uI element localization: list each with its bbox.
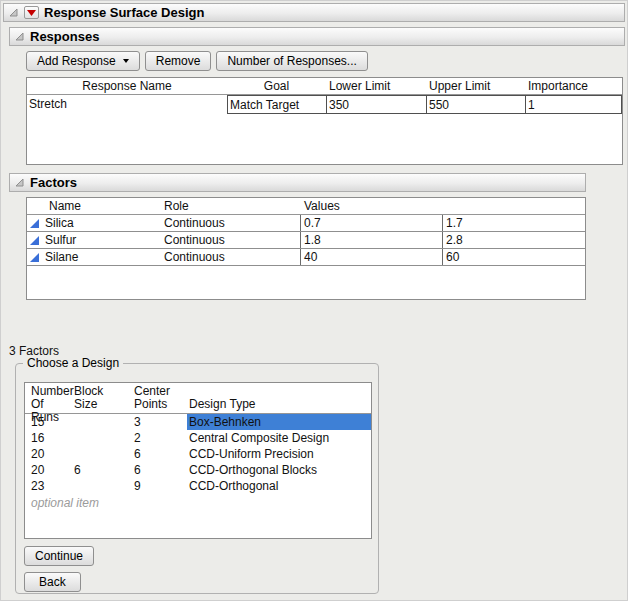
response-goal-cell[interactable]: Match Target — [227, 95, 327, 114]
factor-low-value-cell[interactable]: 0.7 — [300, 215, 442, 231]
factor-high-value-cell[interactable]: 2.8 — [442, 232, 585, 248]
design-center-points: 9 — [131, 478, 187, 494]
red-triangle-menu-icon[interactable] — [24, 6, 39, 19]
response-lower-limit-cell[interactable]: 350 — [326, 95, 427, 114]
groupbox-title: Choose a Design — [23, 356, 123, 370]
design-block-size — [71, 414, 131, 430]
design-buttons: Continue Back — [24, 546, 94, 592]
design-block-size — [71, 430, 131, 446]
disclosure-open-icon[interactable] — [8, 7, 19, 18]
col-header-importance: Importance — [525, 79, 622, 93]
col-header-response-name: Response Name — [27, 79, 227, 93]
continuous-factor-icon — [29, 218, 40, 229]
col-header-role: Role — [160, 199, 300, 213]
responses-table: Response Name Goal Lower Limit Upper Lim… — [26, 77, 623, 165]
factors-section-title: Factors — [30, 175, 77, 190]
factor-low-value-cell[interactable]: 1.8 — [300, 232, 442, 248]
factor-name: Sulfur — [45, 233, 76, 247]
factor-low-value-cell[interactable]: 40 — [300, 249, 442, 265]
continuous-factor-icon — [29, 235, 40, 246]
factor-name-cell[interactable]: Sulfur — [27, 232, 160, 248]
responses-outline-header[interactable]: Responses — [9, 27, 625, 46]
responses-button-row: Add Response Remove Number of Responses.… — [26, 51, 627, 71]
responses-section-title: Responses — [30, 29, 99, 44]
factor-role-cell[interactable]: Continuous — [160, 232, 300, 248]
design-row-ccd-orthogonal[interactable]: 23 9 CCD-Orthogonal — [25, 478, 371, 494]
factor-row: Silane Continuous 40 60 — [27, 249, 585, 266]
disclosure-open-icon[interactable] — [14, 177, 25, 188]
design-runs: 23 — [25, 478, 71, 494]
back-button[interactable]: Back — [24, 572, 81, 592]
factor-name-cell[interactable]: Silica — [27, 215, 160, 231]
dropdown-arrow-icon — [123, 59, 129, 63]
design-type: Central Composite Design — [187, 430, 371, 446]
add-response-button[interactable]: Add Response — [26, 51, 140, 71]
main-outline-header[interactable]: Response Surface Design — [3, 3, 625, 22]
design-type: CCD-Uniform Precision — [187, 446, 371, 462]
continuous-factor-icon — [29, 252, 40, 263]
factor-row: Silica Continuous 0.7 1.7 — [27, 215, 585, 232]
design-block-size — [71, 446, 131, 462]
design-runs: 20 — [25, 462, 71, 478]
design-list-header: Number Of Runs Block Size Center Points … — [25, 383, 371, 414]
page-title: Response Surface Design — [44, 5, 204, 20]
responses-table-header: Response Name Goal Lower Limit Upper Lim… — [27, 78, 622, 95]
design-type: Box-Behnken — [187, 414, 371, 430]
response-name-cell[interactable]: Stretch — [27, 95, 227, 114]
design-list: Number Of Runs Block Size Center Points … — [24, 382, 372, 539]
design-center-points: 2 — [131, 430, 187, 446]
col-header-center-points: Center Points — [131, 385, 187, 411]
response-surface-design-window: Response Surface Design Responses Add Re… — [0, 0, 628, 601]
design-type: CCD-Orthogonal Blocks — [187, 462, 371, 478]
factor-name: Silica — [45, 216, 74, 230]
design-type: CCD-Orthogonal — [187, 478, 371, 494]
factor-name-cell[interactable]: Silane — [27, 249, 160, 265]
col-header-number-of-runs: Number Of Runs — [25, 385, 71, 411]
col-header-upper-limit: Upper Limit — [426, 79, 525, 93]
col-header-block-size: Block Size — [71, 385, 131, 411]
factor-row: Sulfur Continuous 1.8 2.8 — [27, 232, 585, 249]
design-center-points: 3 — [131, 414, 187, 430]
remove-button[interactable]: Remove — [145, 51, 212, 71]
add-response-label: Add Response — [37, 54, 116, 68]
design-block-size — [71, 478, 131, 494]
design-row-ccd-orthogonal-blocks[interactable]: 20 6 6 CCD-Orthogonal Blocks — [25, 462, 371, 478]
col-header-design-type: Design Type — [187, 385, 371, 411]
design-runs: 16 — [25, 430, 71, 446]
number-of-responses-button[interactable]: Number of Responses... — [216, 51, 367, 71]
design-row-central-composite[interactable]: 16 2 Central Composite Design — [25, 430, 371, 446]
disclosure-open-icon[interactable] — [14, 31, 25, 42]
design-row-box-behnken[interactable]: 15 3 Box-Behnken — [25, 414, 371, 430]
response-row: Stretch Match Target 350 550 1 — [27, 95, 622, 114]
choose-a-design-groupbox: Choose a Design Number Of Runs Block Siz… — [15, 363, 379, 594]
optional-item-placeholder: optional item — [25, 494, 371, 510]
response-importance-cell[interactable]: 1 — [525, 95, 622, 114]
design-block-size: 6 — [71, 462, 131, 478]
col-header-goal: Goal — [227, 79, 326, 93]
factor-high-value-cell[interactable]: 60 — [442, 249, 585, 265]
factor-role-cell[interactable]: Continuous — [160, 249, 300, 265]
design-row-ccd-uniform-precision[interactable]: 20 6 CCD-Uniform Precision — [25, 446, 371, 462]
col-header-name: Name — [27, 199, 160, 213]
design-center-points: 6 — [131, 446, 187, 462]
factors-table: Name Role Values Silica Continuous 0.7 1… — [26, 197, 586, 300]
factors-table-header: Name Role Values — [27, 198, 585, 215]
design-center-points: 6 — [131, 462, 187, 478]
design-runs: 20 — [25, 446, 71, 462]
continue-button[interactable]: Continue — [24, 546, 94, 566]
factor-high-value-cell[interactable]: 1.7 — [442, 215, 585, 231]
design-runs: 15 — [25, 414, 71, 430]
col-header-values: Values — [300, 199, 340, 213]
factor-role-cell[interactable]: Continuous — [160, 215, 300, 231]
col-header-lower-limit: Lower Limit — [326, 79, 426, 93]
response-upper-limit-cell[interactable]: 550 — [426, 95, 526, 114]
factors-outline-header[interactable]: Factors — [9, 173, 586, 192]
factor-name: Silane — [45, 250, 78, 264]
